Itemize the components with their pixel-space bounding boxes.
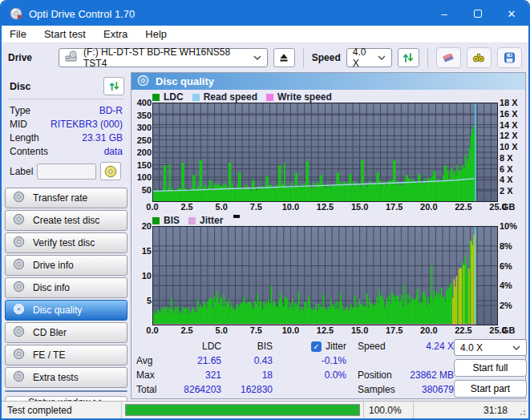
cd-icon <box>13 281 25 295</box>
axis-tick-label: 20 <box>142 221 152 231</box>
resize-grip[interactable] <box>518 408 526 416</box>
axis-tick-label: 50 <box>142 185 152 195</box>
axis-tick-label: 7.5 <box>250 202 262 212</box>
menu-extra[interactable]: Extra <box>103 28 127 40</box>
axis-tick-label: 2% <box>500 301 512 310</box>
legend-swatch <box>152 217 160 224</box>
start-part-button[interactable]: Start part <box>454 380 527 398</box>
drive-toolbar: Drive (F:) HL-DT-ST BD-RE WH16NS58 TST4 … <box>2 43 528 72</box>
test-speed-value: 4.0 X <box>460 342 483 353</box>
ldc-right-axis: 18 X16 X14 X12 X10 X8 X6 X4 X2 X <box>498 103 525 202</box>
axis-tick-label: 22.5 <box>455 202 471 212</box>
label-field-label: Label <box>10 166 33 177</box>
title-bar[interactable]: Opti Drive Control 1.70 – ✕ <box>2 2 528 26</box>
maximize-button[interactable] <box>461 2 495 26</box>
sidebar-item-drive-info[interactable]: Drive info <box>5 255 127 276</box>
progress-segment <box>122 402 364 418</box>
axis-tick-label: 12 X <box>500 131 518 140</box>
eraser-icon <box>441 51 455 64</box>
disc-label-button[interactable] <box>100 162 121 180</box>
legend-label: BIS <box>164 215 180 226</box>
sidebar-item-disc-info[interactable]: Disc info <box>5 277 127 298</box>
samples-stat-value: 380679 <box>396 384 454 395</box>
sidebar-item-verify-test-disc[interactable]: Verify test disc <box>5 232 127 253</box>
binoculars-icon <box>471 51 486 64</box>
close-button[interactable]: ✕ <box>495 2 528 26</box>
disc-info-value: 23.31 GB <box>82 132 123 143</box>
eject-button[interactable] <box>273 48 295 67</box>
sidebar-item-extra-tests[interactable]: Extra tests <box>5 367 127 388</box>
disc-refresh-button[interactable] <box>103 77 124 95</box>
refresh-button[interactable] <box>398 48 419 67</box>
test-speed-select[interactable]: 4.0 X <box>454 339 527 356</box>
cd-icon <box>13 370 25 385</box>
disc-info-rows: TypeBD-RMIDRITEKBR3 (000)Length23.31 GBC… <box>8 99 124 158</box>
refresh-icon <box>108 80 120 92</box>
sidebar-item-disc-quality[interactable]: Disc quality <box>5 300 127 321</box>
speed-value: 4.0 X <box>353 46 373 69</box>
sidebar-item-transfer-rate[interactable]: Transfer rate <box>5 188 127 208</box>
axis-tick-label: 5.0 <box>216 202 228 212</box>
axis-tick-label: 12.5 <box>317 202 334 212</box>
axis-tick-label: 17.5 <box>386 325 403 335</box>
drive-icon <box>65 50 79 65</box>
maximize-icon <box>474 10 482 18</box>
sidebar-item-label: Verify test disc <box>33 237 95 248</box>
status-bar: Test completed 100.0% 31:18 <box>2 401 528 418</box>
speed-stat-value: 4.24 X <box>396 341 454 352</box>
axis-tick-label: 15.0 <box>351 325 368 335</box>
axis-tick-label: 6% <box>500 261 512 271</box>
axis-tick-label: 22.5 <box>455 325 471 335</box>
sidebar-item-fe-te[interactable]: FE / TE <box>5 345 127 365</box>
toolbar-separator <box>427 48 428 67</box>
sidebar-item-label: Drive info <box>33 260 74 271</box>
sidebar-item-cd-bler[interactable]: CD Bler <box>5 322 127 343</box>
sidebar-item-create-test-disc[interactable]: Create test disc <box>5 210 127 231</box>
left-panel: Disc TypeBD-RMIDRITEKBR3 (000)Length23.3… <box>2 72 130 401</box>
disc-info-row: TypeBD-R <box>10 103 123 117</box>
menu-file[interactable]: File <box>10 28 26 40</box>
axis-tick-label: 10% <box>500 221 517 231</box>
progress-bar <box>125 404 360 416</box>
save-icon <box>503 51 516 64</box>
max-bis-value: 18 <box>221 370 273 381</box>
start-full-button[interactable]: Start full <box>454 359 527 377</box>
label-input[interactable] <box>37 164 96 180</box>
bis-x-axis: 0.02.55.07.510.012.515.017.520.022.525.0… <box>152 325 498 337</box>
sidebar-item-label: FE / TE <box>33 349 65 361</box>
disc-info-label: Contents <box>10 146 48 157</box>
sidebar-item-label: Extra tests <box>33 372 79 383</box>
app-window: Opti Drive Control 1.70 – ✕ File Start t… <box>0 0 530 420</box>
axis-tick-label: 0.0 <box>146 202 158 212</box>
erase-disc-button[interactable] <box>436 47 461 68</box>
ldc-plot <box>152 103 498 202</box>
app-disc-icon <box>10 7 22 20</box>
chevron-down-icon <box>253 55 261 60</box>
axis-tick-label: 300 <box>137 123 152 132</box>
cd-icon <box>13 258 25 273</box>
speed-select[interactable]: 4.0 X <box>346 48 392 67</box>
jitter-checkbox[interactable]: ✓ <box>311 341 322 352</box>
bis-chart: BISJitter 2015105 10%8%6%4%2% 0.02.55.07… <box>131 213 525 337</box>
cd-icon <box>104 165 117 178</box>
axis-tick-label: 2.5 <box>180 325 192 335</box>
axis-tick-label: 5 <box>147 296 152 305</box>
main-column: Disc quality LDCRead speedWrite speed 40… <box>130 72 528 401</box>
search-disc-button[interactable] <box>467 47 492 68</box>
disc-info-row: Length23.31 GB <box>10 131 123 144</box>
axis-tick-label: 200 <box>137 147 152 157</box>
ldc-column-header: LDC <box>164 341 221 352</box>
disc-info-label: Type <box>10 105 30 116</box>
axis-tick-label: 10 X <box>500 142 518 151</box>
ldc-x-axis: 0.02.55.07.510.012.515.017.520.022.525.0… <box>152 202 498 213</box>
save-button[interactable] <box>497 47 522 68</box>
avg-ldc-value: 21.65 <box>164 355 221 366</box>
progress-fill <box>126 405 359 415</box>
drive-select[interactable]: (F:) HL-DT-ST BD-RE WH16NS58 TST4 <box>59 48 268 67</box>
menu-help[interactable]: Help <box>145 28 167 40</box>
axis-tick-label: 350 <box>137 111 152 120</box>
sidebar-item-label: CD Bler <box>33 327 67 338</box>
minimize-button[interactable]: – <box>427 2 461 26</box>
menu-start-test[interactable]: Start test <box>44 28 86 40</box>
menu-bar: File Start test Extra Help <box>2 26 528 43</box>
